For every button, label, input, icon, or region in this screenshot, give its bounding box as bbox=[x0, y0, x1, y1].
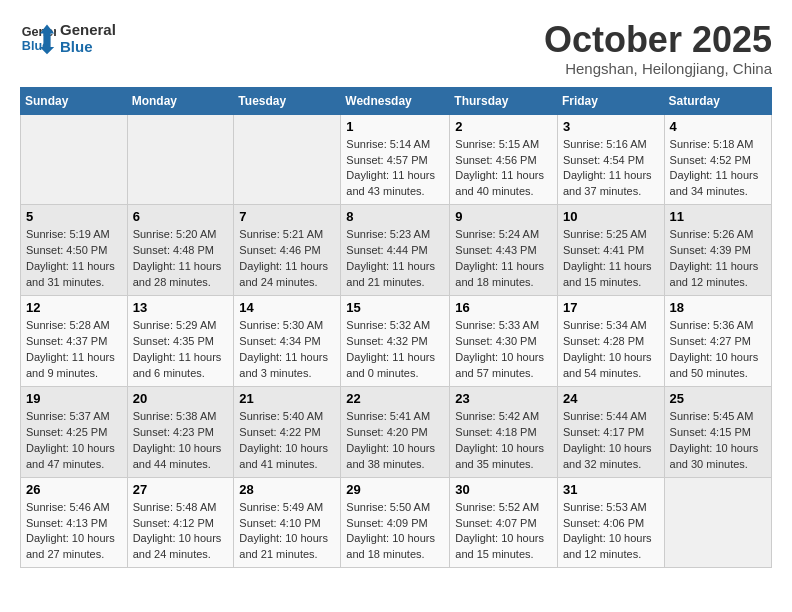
day-info: Sunrise: 5:34 AM Sunset: 4:28 PM Dayligh… bbox=[563, 318, 659, 382]
calendar-cell: 10Sunrise: 5:25 AM Sunset: 4:41 PM Dayli… bbox=[557, 205, 664, 296]
calendar-cell: 31Sunrise: 5:53 AM Sunset: 4:06 PM Dayli… bbox=[557, 477, 664, 568]
calendar-cell: 14Sunrise: 5:30 AM Sunset: 4:34 PM Dayli… bbox=[234, 296, 341, 387]
day-info: Sunrise: 5:52 AM Sunset: 4:07 PM Dayligh… bbox=[455, 500, 552, 564]
day-number: 14 bbox=[239, 300, 335, 315]
calendar-cell bbox=[21, 114, 128, 205]
day-info: Sunrise: 5:45 AM Sunset: 4:15 PM Dayligh… bbox=[670, 409, 766, 473]
calendar-cell bbox=[127, 114, 234, 205]
day-number: 2 bbox=[455, 119, 552, 134]
day-number: 29 bbox=[346, 482, 444, 497]
day-info: Sunrise: 5:46 AM Sunset: 4:13 PM Dayligh… bbox=[26, 500, 122, 564]
calendar-cell: 19Sunrise: 5:37 AM Sunset: 4:25 PM Dayli… bbox=[21, 386, 128, 477]
calendar-cell: 27Sunrise: 5:48 AM Sunset: 4:12 PM Dayli… bbox=[127, 477, 234, 568]
day-number: 22 bbox=[346, 391, 444, 406]
day-info: Sunrise: 5:19 AM Sunset: 4:50 PM Dayligh… bbox=[26, 227, 122, 291]
day-number: 7 bbox=[239, 209, 335, 224]
calendar-cell bbox=[664, 477, 771, 568]
calendar-week-1: 1Sunrise: 5:14 AM Sunset: 4:57 PM Daylig… bbox=[21, 114, 772, 205]
calendar-cell: 26Sunrise: 5:46 AM Sunset: 4:13 PM Dayli… bbox=[21, 477, 128, 568]
day-info: Sunrise: 5:21 AM Sunset: 4:46 PM Dayligh… bbox=[239, 227, 335, 291]
day-info: Sunrise: 5:14 AM Sunset: 4:57 PM Dayligh… bbox=[346, 137, 444, 201]
weekday-header-tuesday: Tuesday bbox=[234, 87, 341, 114]
day-number: 23 bbox=[455, 391, 552, 406]
day-info: Sunrise: 5:38 AM Sunset: 4:23 PM Dayligh… bbox=[133, 409, 229, 473]
day-info: Sunrise: 5:33 AM Sunset: 4:30 PM Dayligh… bbox=[455, 318, 552, 382]
day-number: 24 bbox=[563, 391, 659, 406]
calendar-cell: 8Sunrise: 5:23 AM Sunset: 4:44 PM Daylig… bbox=[341, 205, 450, 296]
day-number: 11 bbox=[670, 209, 766, 224]
calendar-cell: 3Sunrise: 5:16 AM Sunset: 4:54 PM Daylig… bbox=[557, 114, 664, 205]
calendar-week-4: 19Sunrise: 5:37 AM Sunset: 4:25 PM Dayli… bbox=[21, 386, 772, 477]
day-number: 27 bbox=[133, 482, 229, 497]
calendar-cell: 12Sunrise: 5:28 AM Sunset: 4:37 PM Dayli… bbox=[21, 296, 128, 387]
calendar-week-2: 5Sunrise: 5:19 AM Sunset: 4:50 PM Daylig… bbox=[21, 205, 772, 296]
day-info: Sunrise: 5:53 AM Sunset: 4:06 PM Dayligh… bbox=[563, 500, 659, 564]
calendar-cell: 29Sunrise: 5:50 AM Sunset: 4:09 PM Dayli… bbox=[341, 477, 450, 568]
calendar-cell: 4Sunrise: 5:18 AM Sunset: 4:52 PM Daylig… bbox=[664, 114, 771, 205]
day-info: Sunrise: 5:23 AM Sunset: 4:44 PM Dayligh… bbox=[346, 227, 444, 291]
day-info: Sunrise: 5:49 AM Sunset: 4:10 PM Dayligh… bbox=[239, 500, 335, 564]
day-info: Sunrise: 5:15 AM Sunset: 4:56 PM Dayligh… bbox=[455, 137, 552, 201]
day-info: Sunrise: 5:48 AM Sunset: 4:12 PM Dayligh… bbox=[133, 500, 229, 564]
day-info: Sunrise: 5:25 AM Sunset: 4:41 PM Dayligh… bbox=[563, 227, 659, 291]
day-info: Sunrise: 5:24 AM Sunset: 4:43 PM Dayligh… bbox=[455, 227, 552, 291]
calendar-cell: 6Sunrise: 5:20 AM Sunset: 4:48 PM Daylig… bbox=[127, 205, 234, 296]
calendar-week-3: 12Sunrise: 5:28 AM Sunset: 4:37 PM Dayli… bbox=[21, 296, 772, 387]
day-info: Sunrise: 5:32 AM Sunset: 4:32 PM Dayligh… bbox=[346, 318, 444, 382]
calendar-cell: 16Sunrise: 5:33 AM Sunset: 4:30 PM Dayli… bbox=[450, 296, 558, 387]
calendar-cell: 30Sunrise: 5:52 AM Sunset: 4:07 PM Dayli… bbox=[450, 477, 558, 568]
weekday-header-thursday: Thursday bbox=[450, 87, 558, 114]
calendar-cell: 23Sunrise: 5:42 AM Sunset: 4:18 PM Dayli… bbox=[450, 386, 558, 477]
day-number: 8 bbox=[346, 209, 444, 224]
day-number: 3 bbox=[563, 119, 659, 134]
day-number: 26 bbox=[26, 482, 122, 497]
calendar-cell: 5Sunrise: 5:19 AM Sunset: 4:50 PM Daylig… bbox=[21, 205, 128, 296]
day-number: 30 bbox=[455, 482, 552, 497]
day-number: 13 bbox=[133, 300, 229, 315]
day-number: 21 bbox=[239, 391, 335, 406]
day-number: 15 bbox=[346, 300, 444, 315]
calendar-cell: 18Sunrise: 5:36 AM Sunset: 4:27 PM Dayli… bbox=[664, 296, 771, 387]
day-info: Sunrise: 5:44 AM Sunset: 4:17 PM Dayligh… bbox=[563, 409, 659, 473]
day-number: 28 bbox=[239, 482, 335, 497]
logo-blue-text: Blue bbox=[60, 38, 93, 55]
day-number: 17 bbox=[563, 300, 659, 315]
calendar-cell: 15Sunrise: 5:32 AM Sunset: 4:32 PM Dayli… bbox=[341, 296, 450, 387]
logo-general-text: General bbox=[60, 21, 116, 38]
weekday-header-friday: Friday bbox=[557, 87, 664, 114]
day-info: Sunrise: 5:36 AM Sunset: 4:27 PM Dayligh… bbox=[670, 318, 766, 382]
page-header: General Blue General Blue October 2025 H… bbox=[20, 20, 772, 77]
day-number: 18 bbox=[670, 300, 766, 315]
day-info: Sunrise: 5:29 AM Sunset: 4:35 PM Dayligh… bbox=[133, 318, 229, 382]
day-number: 19 bbox=[26, 391, 122, 406]
weekday-header-row: SundayMondayTuesdayWednesdayThursdayFrid… bbox=[21, 87, 772, 114]
calendar-cell: 9Sunrise: 5:24 AM Sunset: 4:43 PM Daylig… bbox=[450, 205, 558, 296]
calendar-week-5: 26Sunrise: 5:46 AM Sunset: 4:13 PM Dayli… bbox=[21, 477, 772, 568]
day-number: 31 bbox=[563, 482, 659, 497]
calendar-cell: 1Sunrise: 5:14 AM Sunset: 4:57 PM Daylig… bbox=[341, 114, 450, 205]
logo: General Blue General Blue bbox=[20, 20, 116, 56]
calendar-table: SundayMondayTuesdayWednesdayThursdayFrid… bbox=[20, 87, 772, 569]
calendar-cell: 13Sunrise: 5:29 AM Sunset: 4:35 PM Dayli… bbox=[127, 296, 234, 387]
day-number: 12 bbox=[26, 300, 122, 315]
weekday-header-monday: Monday bbox=[127, 87, 234, 114]
day-number: 9 bbox=[455, 209, 552, 224]
day-number: 25 bbox=[670, 391, 766, 406]
calendar-cell: 7Sunrise: 5:21 AM Sunset: 4:46 PM Daylig… bbox=[234, 205, 341, 296]
day-info: Sunrise: 5:50 AM Sunset: 4:09 PM Dayligh… bbox=[346, 500, 444, 564]
month-title: October 2025 bbox=[544, 20, 772, 60]
calendar-cell: 21Sunrise: 5:40 AM Sunset: 4:22 PM Dayli… bbox=[234, 386, 341, 477]
day-info: Sunrise: 5:40 AM Sunset: 4:22 PM Dayligh… bbox=[239, 409, 335, 473]
title-block: October 2025 Hengshan, Heilongjiang, Chi… bbox=[544, 20, 772, 77]
calendar-cell: 17Sunrise: 5:34 AM Sunset: 4:28 PM Dayli… bbox=[557, 296, 664, 387]
day-info: Sunrise: 5:37 AM Sunset: 4:25 PM Dayligh… bbox=[26, 409, 122, 473]
day-number: 5 bbox=[26, 209, 122, 224]
day-number: 20 bbox=[133, 391, 229, 406]
calendar-cell: 20Sunrise: 5:38 AM Sunset: 4:23 PM Dayli… bbox=[127, 386, 234, 477]
day-number: 4 bbox=[670, 119, 766, 134]
calendar-cell: 28Sunrise: 5:49 AM Sunset: 4:10 PM Dayli… bbox=[234, 477, 341, 568]
calendar-cell: 2Sunrise: 5:15 AM Sunset: 4:56 PM Daylig… bbox=[450, 114, 558, 205]
logo-icon: General Blue bbox=[20, 20, 56, 56]
weekday-header-wednesday: Wednesday bbox=[341, 87, 450, 114]
day-info: Sunrise: 5:20 AM Sunset: 4:48 PM Dayligh… bbox=[133, 227, 229, 291]
